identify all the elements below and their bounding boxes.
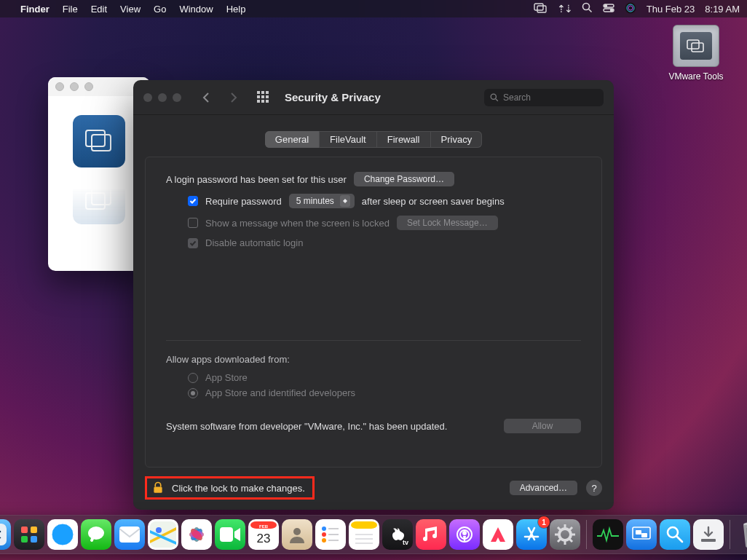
zoom-button[interactable]	[173, 93, 181, 102]
svg-rect-77	[636, 530, 641, 535]
stage-manager-icon[interactable]	[534, 3, 547, 15]
dock-mail-icon[interactable]	[114, 519, 145, 550]
svg-rect-23	[21, 527, 28, 533]
svg-point-50	[322, 527, 326, 531]
prefs-toolbar: Security & Privacy Search	[133, 80, 614, 115]
bluetooth-status-icon[interactable]: ⇡⇣	[557, 3, 572, 15]
svg-point-34	[156, 527, 162, 533]
require-password-label: Require password	[205, 196, 282, 207]
svg-rect-43	[220, 527, 233, 542]
dock-screenshare1-icon[interactable]	[626, 519, 657, 550]
disk-icon	[673, 25, 719, 67]
app-menu[interactable]: Finder	[20, 4, 50, 15]
help-button[interactable]: ?	[586, 480, 602, 496]
desktop-icon-vmware-tools[interactable]: VMware Tools	[668, 25, 724, 82]
dock-tv-icon[interactable]: tv	[382, 519, 413, 550]
dock-appstore-icon[interactable]: 1	[516, 519, 547, 550]
svg-rect-13	[86, 130, 105, 146]
menu-view[interactable]: View	[120, 4, 141, 15]
menu-file[interactable]: File	[63, 4, 78, 15]
dock-calendar-icon[interactable]: FEB23	[248, 519, 279, 550]
dock-screenshare2-icon[interactable]	[660, 519, 690, 550]
svg-point-31	[88, 527, 104, 540]
svg-line-75	[558, 539, 561, 542]
svg-text:23: 23	[257, 532, 271, 545]
after-sleep-text: after sleep or screen saver begins	[362, 196, 505, 207]
svg-text:FEB: FEB	[259, 524, 269, 529]
dock-finder-icon[interactable]	[0, 519, 11, 550]
menu-go[interactable]: Go	[154, 4, 166, 15]
require-password-delay-select[interactable]: 5 minutes	[289, 194, 355, 208]
forward-button[interactable]	[225, 89, 242, 106]
svg-line-74	[569, 527, 572, 530]
zoom-button[interactable]	[84, 82, 93, 91]
dock-safari-icon[interactable]	[47, 519, 78, 550]
lock-icon[interactable]	[151, 481, 165, 494]
svg-point-52	[322, 538, 326, 543]
dock-notes-icon[interactable]	[349, 519, 379, 550]
svg-line-73	[569, 539, 572, 542]
minimize-button[interactable]	[70, 82, 79, 91]
menubar-date[interactable]: Thu Feb 23	[647, 4, 695, 15]
minimize-button[interactable]	[158, 93, 167, 102]
dock-system-preferences-icon[interactable]	[550, 519, 580, 550]
show-message-checkbox	[188, 218, 198, 228]
change-password-button[interactable]: Change Password…	[354, 172, 454, 186]
search-placeholder: Search	[503, 92, 531, 103]
svg-rect-11	[687, 40, 699, 49]
svg-line-3	[588, 9, 591, 12]
svg-point-2	[582, 4, 589, 10]
advanced-button[interactable]: Advanced…	[510, 481, 577, 495]
dock-activity-monitor-icon[interactable]	[593, 519, 623, 550]
dock-separator	[730, 520, 730, 549]
svg-rect-26	[31, 536, 37, 543]
lock-area-highlight: Click the lock to make changes.	[145, 476, 315, 500]
spotlight-icon[interactable]	[582, 2, 593, 15]
allow-apps-label: Allow apps downloaded from:	[166, 354, 290, 365]
vmware-tools-file-icon[interactable]	[73, 115, 125, 167]
search-field[interactable]: Search	[484, 89, 604, 106]
show-all-icon[interactable]	[257, 91, 270, 104]
close-button[interactable]	[55, 82, 64, 91]
dock-music-icon[interactable]	[416, 519, 446, 550]
menu-window[interactable]: Window	[179, 4, 213, 15]
allow-app-store-label: App Store	[205, 372, 248, 383]
svg-line-72	[558, 527, 561, 530]
tab-filevault[interactable]: FileVault	[319, 131, 376, 148]
dock-podcasts-icon[interactable]	[449, 519, 480, 550]
dock-reminders-icon[interactable]	[315, 519, 346, 550]
dock-downloads-icon[interactable]	[693, 519, 724, 550]
svg-point-63	[463, 532, 466, 535]
require-password-checkbox[interactable]	[188, 196, 198, 206]
tab-general[interactable]: General	[265, 131, 319, 148]
dock-trash-icon[interactable]	[736, 519, 747, 550]
set-lock-message-button: Set Lock Message…	[397, 216, 498, 230]
tab-firewall[interactable]: Firewall	[376, 131, 430, 148]
menu-edit[interactable]: Edit	[91, 4, 107, 15]
menu-bar: Finder File Edit View Go Window Help ⇡⇣ …	[0, 0, 747, 17]
menubar-clock[interactable]: 8:19 AM	[705, 4, 740, 15]
tab-privacy[interactable]: Privacy	[430, 131, 483, 148]
control-center-icon[interactable]	[603, 4, 614, 15]
close-button[interactable]	[143, 93, 152, 102]
chevron-updown-icon	[340, 195, 350, 207]
svg-marker-44	[234, 528, 240, 541]
require-password-delay-value: 5 minutes	[296, 196, 334, 206]
dock-facetime-icon[interactable]	[215, 519, 245, 550]
siri-icon[interactable]	[625, 2, 636, 16]
svg-rect-25	[21, 536, 28, 543]
svg-point-7	[610, 9, 612, 11]
dock-contacts-icon[interactable]	[282, 519, 312, 550]
menu-help[interactable]: Help	[226, 4, 246, 15]
dock: FEB23 tv 1	[0, 515, 747, 554]
back-button[interactable]	[197, 89, 215, 106]
dock-photos-icon[interactable]	[181, 519, 212, 550]
separator	[166, 340, 581, 341]
dock-news-icon[interactable]	[483, 519, 513, 550]
svg-point-5	[604, 4, 606, 7]
dock-messages-icon[interactable]	[81, 519, 111, 550]
dock-maps-icon[interactable]	[148, 519, 178, 550]
dock-launchpad-icon[interactable]	[14, 519, 44, 550]
login-password-text: A login password has been set for this u…	[166, 174, 347, 185]
svg-line-80	[676, 536, 682, 542]
